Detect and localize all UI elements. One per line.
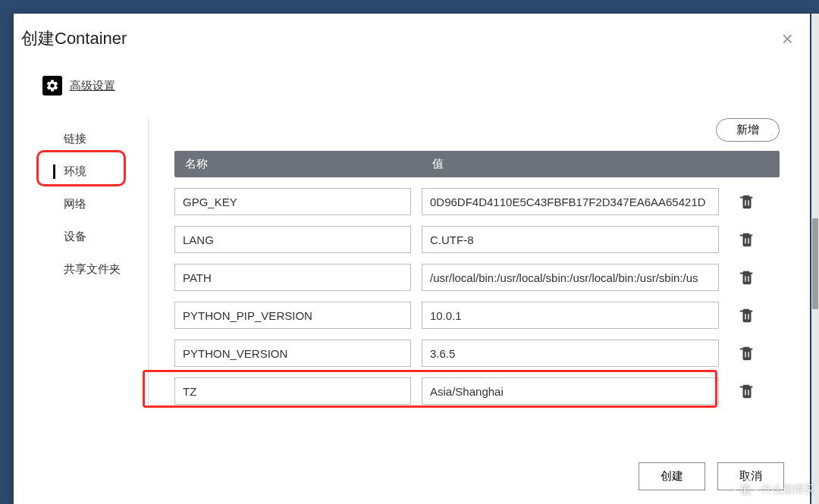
outer-scrollbar[interactable] <box>811 14 819 504</box>
highlight-tab-annotation <box>36 150 126 186</box>
env-value-input[interactable] <box>422 264 719 291</box>
env-top-actions: 新增 <box>174 118 780 142</box>
dialog-body: 高级设置 链接环境网络设备共享文件夹 新增 名称 值 <box>14 58 810 450</box>
watermark: 值 什么值得买 <box>734 478 814 501</box>
env-row <box>174 264 780 291</box>
dialog-title: 创建Container <box>21 27 127 50</box>
add-env-button[interactable]: 新增 <box>716 118 780 142</box>
env-name-input[interactable] <box>174 264 411 291</box>
gear-icon <box>42 76 62 95</box>
env-name-input[interactable] <box>174 188 411 215</box>
col-header-value: 值 <box>432 157 769 171</box>
trash-icon[interactable] <box>739 345 755 362</box>
env-row <box>174 302 780 329</box>
advanced-settings-row: 高级设置 <box>42 76 780 95</box>
dialog-footer: 创建 取消 <box>14 450 810 504</box>
env-name-input[interactable] <box>174 340 411 367</box>
watermark-icon: 值 <box>734 478 757 501</box>
close-icon[interactable]: × <box>782 29 793 49</box>
env-value-input[interactable] <box>422 188 719 215</box>
advanced-settings-link[interactable]: 高级设置 <box>70 79 115 93</box>
env-value-input[interactable] <box>422 226 719 253</box>
create-container-dialog: 创建Container × 高级设置 链接环境网络设备共享文件夹 新增 名称 <box>14 14 810 504</box>
env-panel: 新增 名称 值 <box>149 118 780 405</box>
side-tab-3[interactable]: 设备 <box>42 221 148 253</box>
dialog-scroll-area[interactable]: 高级设置 链接环境网络设备共享文件夹 新增 名称 值 <box>14 58 801 450</box>
watermark-text: 什么值得买 <box>761 483 814 496</box>
outer-scrollbar-thumb[interactable] <box>812 218 818 309</box>
env-value-input[interactable] <box>422 377 719 405</box>
env-row <box>174 226 780 253</box>
create-button[interactable]: 创建 <box>639 462 705 490</box>
trash-icon[interactable] <box>739 269 755 286</box>
dialog-header: 创建Container × <box>14 14 810 58</box>
trash-icon[interactable] <box>739 231 755 248</box>
env-rows <box>174 188 780 405</box>
env-table-header: 名称 值 <box>174 151 780 177</box>
tabbed-content: 链接环境网络设备共享文件夹 新增 名称 值 <box>42 118 780 405</box>
trash-icon[interactable] <box>739 193 755 210</box>
env-row <box>174 188 780 215</box>
side-tab-4[interactable]: 共享文件夹 <box>42 253 148 286</box>
env-row <box>174 340 780 367</box>
env-name-input[interactable] <box>174 302 411 329</box>
env-value-input[interactable] <box>422 302 719 329</box>
env-name-input[interactable] <box>174 377 411 405</box>
trash-icon[interactable] <box>739 307 755 324</box>
side-tab-2[interactable]: 网络 <box>42 188 148 221</box>
env-name-input[interactable] <box>174 226 411 253</box>
col-header-name: 名称 <box>185 157 432 171</box>
trash-icon[interactable] <box>739 383 755 399</box>
env-value-input[interactable] <box>422 340 719 367</box>
env-row <box>174 377 780 405</box>
